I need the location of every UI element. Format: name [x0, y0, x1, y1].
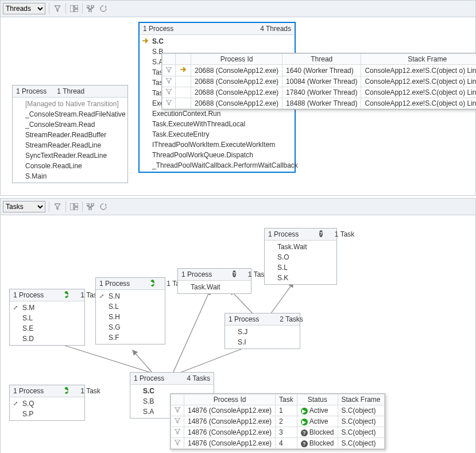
svg-rect-1 — [75, 5, 78, 8]
col-header[interactable]: Process Id — [184, 394, 276, 405]
svg-rect-3 — [87, 5, 89, 7]
filter-icon[interactable] — [53, 202, 62, 211]
col-header[interactable]: Status — [297, 394, 338, 405]
table-row[interactable]: 20688 (ConsoleApp12.exe)18488 (Worker Th… — [162, 98, 477, 109]
running-icon: ▶ — [64, 387, 68, 394]
stack-frame[interactable]: Task.ExecuteWithThreadLocal — [140, 119, 295, 129]
stack-frame[interactable]: Console.ReadLine — [13, 161, 127, 171]
threads-toolbar: Threads — [1, 1, 475, 17]
stack-frame[interactable]: S.C — [140, 36, 295, 47]
hdr-threads: 1 Thread — [57, 87, 84, 95]
mode-select[interactable]: Tasks — [3, 201, 45, 212]
stack-frame[interactable]: Task.Wait — [178, 282, 251, 292]
table-row[interactable]: 14876 (ConsoleApp12.exe)3?BlockedS.C(obj… — [171, 427, 385, 438]
running-icon: ▶ — [150, 280, 154, 286]
layout-icon[interactable] — [69, 202, 79, 211]
tasks-toolbar: Tasks — [1, 199, 475, 215]
task-box[interactable]: 1 Process▶1 Task⤢S.MS.LS.ES.D — [9, 289, 85, 346]
tasks-flyout-table: Process IdTaskStatusStack Frame 14876 (C… — [171, 394, 385, 449]
stack-frame[interactable]: ⤢S.Q — [10, 398, 84, 409]
stack-frame[interactable]: _ThreadPoolWaitCallback.PerformWaitCallb… — [140, 160, 295, 171]
svg-rect-11 — [89, 208, 91, 210]
svg-rect-2 — [75, 9, 78, 12]
task-box[interactable]: 1 Process▶1 Task⤢S.QS.P — [9, 385, 85, 421]
col-header[interactable]: Thread — [282, 54, 361, 65]
tree-icon[interactable] — [86, 4, 95, 13]
svg-rect-5 — [89, 10, 91, 12]
table-row[interactable]: 20688 (ConsoleApp12.exe)10084 (Worker Th… — [162, 76, 477, 87]
stack-frame[interactable]: S.L — [265, 262, 336, 273]
stack-frame[interactable]: StreamReader.ReadLine — [13, 140, 127, 150]
svg-line-13 — [133, 350, 153, 373]
tasks-flyout: Process IdTaskStatusStack Frame 14876 (C… — [170, 393, 385, 450]
col-header[interactable]: Stack Frame — [361, 54, 476, 65]
task-box[interactable]: 1 Process2 TasksS.JS.I — [225, 313, 300, 349]
col-header[interactable] — [176, 54, 191, 65]
table-row[interactable]: 20688 (ConsoleApp12.exe)17840 (Worker Th… — [162, 87, 477, 98]
layout-icon[interactable] — [69, 4, 79, 13]
stack-frame[interactable]: S.F — [96, 332, 165, 343]
svg-rect-6 — [70, 203, 73, 210]
stack-frame[interactable]: S.L — [96, 301, 165, 312]
stack-frame[interactable]: S.G — [96, 322, 165, 332]
stack-frame[interactable]: _ConsoleStream.ReadFileNative — [13, 109, 127, 119]
tasks-panel: Tasks 1 Process▶1 Task⤢S.MS.LS.ES.D 1 Pr… — [0, 198, 476, 453]
stack-frame[interactable]: S.L — [10, 313, 84, 323]
col-header[interactable]: Process Id — [191, 54, 282, 65]
table-row[interactable]: 14876 (ConsoleApp12.exe)4?BlockedS.C(obj… — [171, 438, 385, 449]
threads-flyout-table: Process IdThreadStack Frame 20688 (Conso… — [162, 53, 476, 109]
svg-rect-8 — [75, 207, 78, 210]
thread-stack-box-main[interactable]: 1 Process1 Thread [Managed to Native Tra… — [12, 85, 128, 183]
svg-rect-7 — [75, 203, 78, 206]
hdr-process: 1 Process — [143, 25, 173, 33]
blocked-icon: ? — [319, 230, 323, 237]
refresh-icon[interactable] — [99, 4, 108, 13]
stack-frame[interactable]: [Managed to Native Transition] — [13, 99, 127, 109]
table-row[interactable]: 14876 (ConsoleApp12.exe)1▶ActiveS.C(obje… — [171, 405, 385, 416]
stack-frame[interactable]: S.J — [225, 327, 300, 337]
stack-frame[interactable]: ThreadPoolWorkQueue.Dispatch — [140, 150, 295, 160]
threads-flyout: Process IdThreadStack Frame 20688 (Conso… — [161, 53, 476, 110]
svg-rect-4 — [91, 5, 94, 7]
col-header[interactable]: Task — [276, 394, 297, 405]
stack-frame[interactable]: S.O — [265, 252, 336, 262]
svg-line-17 — [270, 282, 293, 314]
stack-frame[interactable]: StreamReader.ReadBuffer — [13, 130, 127, 140]
table-row[interactable]: 14876 (ConsoleApp12.exe)2▶ActiveS.C(obje… — [171, 416, 385, 427]
stack-frame[interactable]: ExecutionContext.Run — [140, 109, 295, 119]
stack-frame[interactable]: S.E — [10, 323, 84, 334]
stack-frame[interactable]: ⤢S.N — [96, 291, 165, 301]
svg-line-12 — [52, 342, 153, 373]
tree-icon[interactable] — [86, 202, 95, 211]
running-icon: ▶ — [64, 291, 68, 298]
filter-icon[interactable] — [53, 4, 62, 13]
stack-frame[interactable]: S.D — [10, 334, 84, 344]
blocked-icon: ? — [233, 270, 236, 277]
stack-frame[interactable]: S.I — [225, 337, 300, 347]
task-box[interactable]: 1 Process?1 TaskTask.WaitS.OS.LS.K — [264, 228, 337, 285]
svg-rect-0 — [70, 5, 73, 12]
svg-rect-10 — [91, 203, 94, 206]
col-header[interactable] — [171, 394, 184, 405]
task-box[interactable]: 1 Process?1 TaskTask.Wait — [177, 268, 251, 294]
stack-frame[interactable]: S.P — [10, 409, 84, 419]
stack-frame[interactable]: SyncTextReader.ReadLine — [13, 150, 127, 161]
stack-frame[interactable]: S.H — [96, 312, 165, 322]
stack-frame[interactable]: IThreadPoolWorkItem.ExecuteWorkItem — [140, 140, 295, 150]
stack-frame[interactable]: _ConsoleStream.Read — [13, 119, 127, 130]
mode-select[interactable]: Threads — [3, 3, 45, 14]
col-header[interactable]: Stack Frame — [338, 394, 384, 405]
stack-frame[interactable]: Task.ExecuteEntry — [140, 129, 295, 140]
task-box[interactable]: 1 Process▶1 Task⤢S.NS.LS.HS.GS.F — [95, 277, 165, 344]
stack-frame[interactable]: S.K — [265, 273, 336, 283]
stack-frame[interactable]: S.Main — [13, 171, 127, 181]
hdr-threads: 4 Threads — [260, 25, 291, 33]
svg-rect-9 — [87, 203, 89, 206]
stack-frame[interactable]: ⤢S.M — [10, 303, 84, 313]
table-row[interactable]: 20688 (ConsoleApp12.exe)1640 (Worker Thr… — [162, 65, 477, 76]
hdr-process: 1 Process — [16, 87, 47, 95]
refresh-icon[interactable] — [99, 202, 108, 211]
threads-panel: Threads 1 Process1 Thread [Managed to Na… — [0, 0, 476, 196]
stack-frame[interactable]: Task.Wait — [265, 242, 336, 252]
col-header[interactable] — [162, 54, 176, 65]
